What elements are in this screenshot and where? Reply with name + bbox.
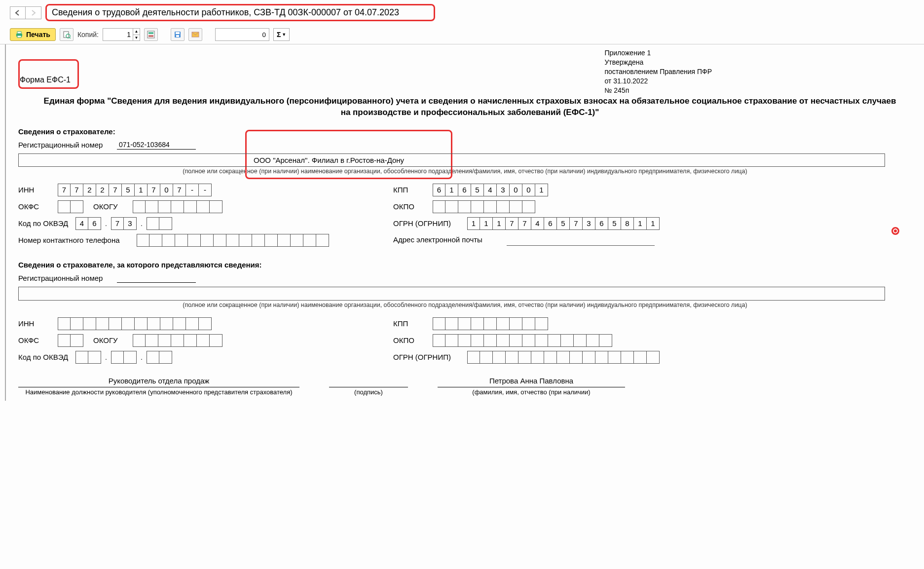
ogrn2-cells[interactable]	[467, 351, 660, 364]
sigma-button[interactable]: Σ ▼	[273, 28, 290, 41]
okogu2-label: ОКОГУ	[93, 336, 123, 344]
copies-spinner[interactable]: ▲ ▼	[103, 28, 140, 41]
svg-rect-10	[176, 32, 180, 34]
signature-line	[329, 377, 408, 387]
print-label: Печать	[26, 31, 50, 38]
phone-cells[interactable]	[137, 234, 329, 247]
org-name-field[interactable]: ООО "Арсенал". Филиал в г.Ростов-на-Дону	[18, 153, 885, 167]
email-button[interactable]	[188, 28, 202, 41]
okfs-cells[interactable]	[58, 200, 83, 213]
signature-hint: (подпись)	[329, 388, 408, 396]
fio-value: Петрова Анна Павловна	[438, 377, 625, 387]
okogu-cells[interactable]	[133, 200, 222, 213]
okpo2-label: ОКПО	[393, 336, 423, 344]
okved-g1[interactable]: 46	[75, 217, 101, 230]
position-hint: Наименование должности руководителя (упо…	[18, 388, 299, 396]
svg-rect-2	[17, 36, 21, 38]
reg-number-label: Регистрационный номер	[18, 141, 107, 149]
form-code-box: Форма ЕФС-1	[18, 59, 79, 89]
reg-number-value: 071-052-103684	[117, 141, 196, 150]
okpo2-cells[interactable]	[433, 334, 612, 347]
okpo-label: ОКПО	[393, 202, 423, 211]
sigma-icon: Σ	[277, 31, 281, 38]
nav-forward-button[interactable]	[26, 6, 41, 19]
svg-rect-1	[17, 32, 21, 34]
okved-g3[interactable]	[147, 217, 172, 230]
kpp-label: КПП	[393, 186, 423, 194]
inn2-label: ИНН	[18, 319, 48, 328]
kpp2-cells[interactable]	[433, 317, 548, 330]
position-value: Руководитель отдела продаж	[18, 377, 299, 387]
reg2-label: Регистрационный номер	[18, 274, 107, 282]
spinner-down[interactable]: ▼	[133, 35, 140, 40]
copies-input[interactable]	[103, 29, 133, 40]
okved2-label: Код по ОКВЭД	[18, 353, 73, 361]
ogrn-label: ОГРН (ОГРНИП)	[393, 219, 457, 228]
okpo-cells[interactable]	[433, 200, 535, 213]
svg-line-5	[70, 38, 71, 38]
save-button[interactable]	[171, 28, 185, 41]
email-field[interactable]	[507, 234, 655, 246]
printer-icon	[15, 31, 23, 38]
copies-label: Копий:	[77, 31, 99, 38]
org2-name-field[interactable]	[18, 287, 885, 301]
numeric-field[interactable]	[215, 28, 269, 41]
fio-hint: (фамилия, имя, отчество (при наличии)	[438, 388, 625, 396]
inn-cells[interactable]: 7722751707--	[58, 184, 212, 196]
preview-button[interactable]	[60, 28, 74, 41]
ogrn2-label: ОГРН (ОГРНИП)	[393, 353, 457, 361]
svg-rect-8	[148, 35, 153, 37]
okved-g2[interactable]: 73	[111, 217, 137, 230]
org2-hint: (полное или сокращенное (при наличии) на…	[18, 302, 912, 308]
chevron-down-icon: ▼	[282, 32, 286, 37]
reg2-value[interactable]	[117, 274, 196, 283]
section1-title: Сведения о страхователе:	[18, 127, 912, 136]
okfs2-label: ОКФС	[18, 336, 48, 344]
page-title: Сведения о трудовой деятельности работни…	[45, 4, 435, 21]
nav-back-button[interactable]	[10, 6, 26, 19]
svg-rect-11	[176, 35, 179, 37]
email-label: Адрес электронной почты	[393, 235, 497, 244]
okfs2-cells[interactable]	[58, 334, 83, 347]
okogu2-cells[interactable]	[133, 334, 222, 347]
svg-rect-7	[148, 32, 153, 34]
okved-label: Код по ОКВЭД	[18, 219, 73, 228]
document-main-title: Единая форма "Сведения для ведения индив…	[38, 96, 902, 118]
record-indicator-icon	[891, 227, 899, 235]
ogrn-cells[interactable]: 111774657365811	[467, 217, 660, 230]
spinner-up[interactable]: ▲	[133, 29, 140, 35]
print-button[interactable]: Печать	[10, 28, 56, 41]
inn-label: ИНН	[18, 186, 48, 194]
section2-title: Сведения о страхователе, за которого пре…	[18, 261, 912, 269]
phone-label: Номер контактного телефона	[18, 236, 127, 244]
okogu-label: ОКОГУ	[93, 202, 123, 211]
kpp-cells[interactable]: 616543001	[433, 184, 548, 196]
layout-toggle-button[interactable]	[144, 28, 158, 41]
inn2-cells[interactable]	[58, 317, 212, 330]
okfs-label: ОКФС	[18, 202, 48, 211]
org-name-hint: (полное или сокращенное (при наличии) на…	[18, 168, 912, 175]
kpp2-label: КПП	[393, 319, 423, 328]
annex-info: Приложение 1 Утверждена постановлением П…	[604, 48, 712, 95]
